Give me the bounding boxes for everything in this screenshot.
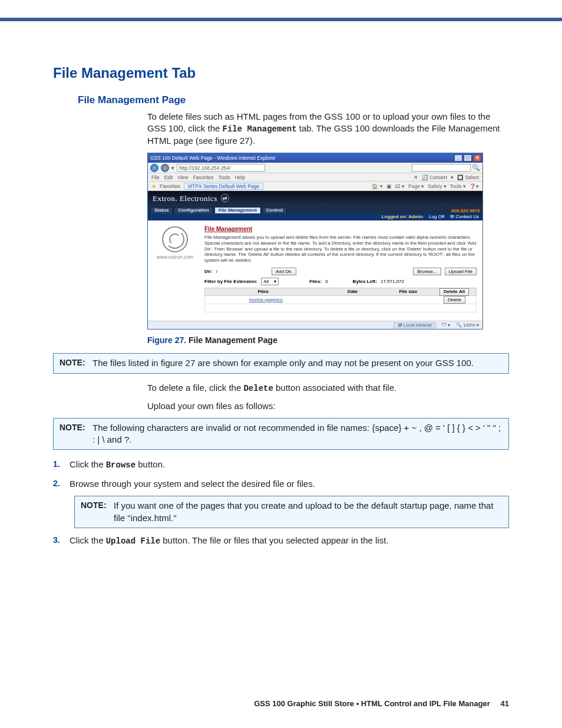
bytes-left-value: 17,571,072 [381,279,404,284]
footer-text: GSS 100 Graphic Still Store • HTML Contr… [254,699,490,708]
figure-number: Figure 27. [147,335,186,345]
tabstrip: Status Configuration File Management Con… [148,205,482,213]
menu-file[interactable]: File [151,175,160,180]
favorites-icon: ★ [151,184,156,189]
logged-on-label: Logged on: Admin [382,215,423,219]
select-button[interactable]: 🔲 Select [457,175,479,180]
menu-favorites[interactable]: Favorites [193,175,214,180]
statusbar: 🖳 Local intranet 🛡 ▾ 🔍 100% ▾ [148,321,482,329]
site-link[interactable]: www.extron.com [157,255,193,260]
note-label: NOTE: [81,500,108,524]
note-body: If you want one of the pages that you cr… [114,500,503,524]
close-button[interactable]: ✕ [473,154,481,162]
figure-caption: Figure 27. File Management Page [147,335,509,345]
window-title: GSS 100 Default Web Page - Windows Inter… [150,156,276,161]
tab-status[interactable]: Status [150,207,173,213]
logoff-link[interactable]: Log Off [429,215,444,219]
print-icon[interactable]: 🖃 ▾ [395,184,405,189]
content-area: www.extron.com File Management File Mana… [148,220,482,321]
file-link[interactable]: /nortxe-graphics [205,298,323,302]
figure-title: File Management Page [189,335,277,345]
security-zone: 🖳 Local intranet [394,322,436,328]
tab-file-management[interactable]: File Management [214,207,261,213]
extron-logo-icon [162,226,188,252]
subsection-title: File Management Page [78,94,509,106]
screenshot-figure: GSS 100 Default Web Page - Windows Inter… [147,153,483,330]
fm-heading: File Management [204,226,477,232]
window-titlebar: GSS 100 Default Web Page - Windows Inter… [148,153,482,163]
convert-button[interactable]: 🔄 Convert [422,175,447,180]
delete-text-a: To delete a file, click the [147,383,243,393]
right-column: File Management File Management allows y… [202,220,482,321]
search-field[interactable] [412,164,471,172]
browse-button[interactable]: Browse... [413,268,441,275]
top-stripe [0,18,562,21]
col-date: Date [321,289,384,294]
tools-menu[interactable]: Tools ▾ [450,184,466,189]
delete-all-button[interactable]: Delete All [439,288,469,296]
dir-value: / [216,269,217,274]
menu-tools[interactable]: Tools [219,175,230,180]
menubar: File Edit View Favorites Tools Help ✕ 🔄 … [148,173,482,182]
help-icon[interactable]: ❓▾ [470,184,479,189]
filter-label: Filter by File Extension: [204,279,257,284]
delete-button[interactable]: Delete [444,296,465,304]
step-2: Browse through your system and select th… [53,477,509,528]
upload-file-button[interactable]: Upload File [445,268,477,275]
menu-view[interactable]: View [177,175,188,180]
files-count-label: Files: [309,279,322,284]
favorites-label[interactable]: Favorites [160,184,180,189]
page-number: 41 [501,699,509,708]
menu-help[interactable]: Help [234,175,244,180]
col-files: Files [205,289,321,294]
delete-mono: Delete [243,384,273,393]
section-title: File Management Tab [53,65,509,81]
back-button[interactable] [150,164,158,172]
page-body: Extron. Electronics ⇄ Status Configurati… [148,191,482,321]
intro-paragraph: To delete files such as HTML pages from … [147,111,509,147]
tab-configuration[interactable]: Configuration [174,207,213,213]
forward-button[interactable] [161,164,169,172]
page-footer: GSS 100 Graphic Still Store • HTML Contr… [254,699,509,708]
zoom-level[interactable]: 🔍 100% ▾ [456,323,479,328]
left-column: www.extron.com [148,220,202,321]
fm-description: File Management allows you to upload and… [204,235,477,263]
add-dir-button[interactable]: Add Dir. [272,268,296,275]
safety-menu[interactable]: Safety ▾ [428,184,446,189]
menu-edit[interactable]: Edit [164,175,173,180]
url-field[interactable]: http://192.168.254.254/ [177,164,265,172]
banner: Extron. Electronics ⇄ [148,191,482,205]
intro-mono-fm: File Management [223,124,297,134]
address-bar: ▾ http://192.168.254.254/ 🔍 [148,163,482,173]
page-content: File Management Tab File Management Page… [53,65,509,553]
step-1: Click the Browse button. [53,458,509,471]
note-box-2: NOTE: The following characters are inval… [53,418,509,450]
page-menu[interactable]: Page ▾ [408,184,424,189]
note-body: The files listed in figure 27 are shown … [92,357,474,369]
feeds-icon[interactable]: ▣ [386,184,392,189]
bytes-left-label: Bytes Left: [353,279,377,284]
col-size: File size [384,289,432,294]
files-count-value: 0 [325,279,328,284]
note-box-1: NOTE: The files listed in figure 27 are … [53,353,509,373]
delete-paragraph: To delete a file, click the Delete butto… [147,382,509,394]
minimize-button[interactable]: _ [454,154,462,162]
favorite-tab[interactable]: MTPX Series Default Web Page [184,183,263,190]
upload-paragraph: Upload your own files as follows: [147,400,509,412]
filter-select[interactable]: All▾ [261,278,279,285]
table-header: Files Date File size Delete All [204,288,477,296]
note-body: The following characters are invalid or … [92,422,503,446]
home-icon[interactable]: 🏠 ▾ [372,184,382,189]
table-row [204,304,477,312]
tab-control[interactable]: Control [262,207,287,213]
note-label: NOTE: [59,357,87,369]
substrip: Logged on: Admin Log Off ✉ Contact Us [148,213,482,220]
search-icon[interactable]: 🔍 [472,164,480,171]
protected-mode-icon: 🛡 ▾ [442,323,450,328]
contact-link[interactable]: ✉ Contact Us [450,215,479,219]
dir-label: Dir: [204,269,213,274]
maximize-button[interactable]: □ [464,154,472,162]
banner-text: Extron. Electronics [153,195,217,202]
note-box-3: NOTE: If you want one of the pages that … [74,496,509,528]
step-3: Click the Upload File button. The file o… [53,534,509,547]
